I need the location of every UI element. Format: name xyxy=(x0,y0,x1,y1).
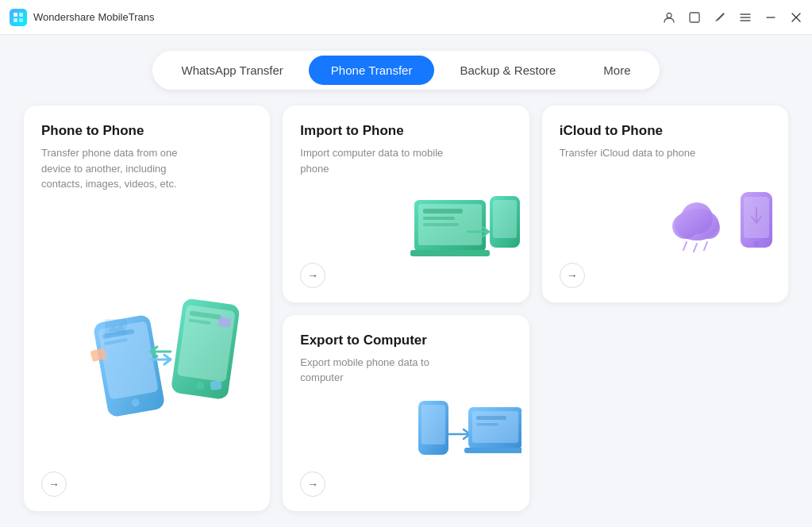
title-bar-left: Wondershare MobileTrans xyxy=(10,9,154,26)
svg-rect-0 xyxy=(13,13,17,17)
cards-grid: Phone to Phone Transfer phone data from … xyxy=(24,106,788,511)
window-icon[interactable] xyxy=(688,11,701,24)
card-phone-to-phone[interactable]: Phone to Phone Transfer phone data from … xyxy=(24,106,270,511)
svg-rect-3 xyxy=(19,18,23,22)
export-illustration xyxy=(410,389,521,487)
card-import-arrow[interactable]: → xyxy=(300,263,325,288)
card-import-title: Import to Phone xyxy=(300,123,511,139)
card-export-title: Export to Computer xyxy=(300,333,511,348)
svg-rect-43 xyxy=(476,423,498,426)
svg-rect-19 xyxy=(105,319,127,335)
card-icloud-desc: Transfer iCloud data to phone xyxy=(560,145,718,161)
svg-rect-5 xyxy=(690,13,699,22)
card-icloud-title: iCloud to Phone xyxy=(560,123,771,139)
card-icloud-arrow[interactable]: → xyxy=(560,263,585,288)
svg-point-35 xyxy=(754,240,760,246)
svg-rect-18 xyxy=(210,380,222,390)
app-icon xyxy=(10,9,27,26)
svg-point-4 xyxy=(667,13,672,17)
card-import-to-phone[interactable]: Import to Phone Import computer data to … xyxy=(283,106,529,302)
tab-whatsapp-transfer[interactable]: WhatsApp Transfer xyxy=(159,56,305,85)
card-phone-to-phone-title: Phone to Phone xyxy=(41,123,252,139)
card-export-desc: Export mobile phone data to computer xyxy=(300,355,459,386)
svg-rect-2 xyxy=(13,18,17,22)
card-phone-to-phone-arrow[interactable]: → xyxy=(41,471,67,497)
app-title: Wondershare MobileTrans xyxy=(33,11,154,23)
svg-rect-42 xyxy=(476,416,506,420)
title-bar-controls xyxy=(663,11,802,24)
card-icloud-to-phone[interactable]: iCloud to Phone Transfer iCloud data to … xyxy=(542,106,788,302)
tab-backup-restore[interactable]: Backup & Restore xyxy=(437,56,578,85)
edit-icon[interactable] xyxy=(714,11,726,24)
card-phone-to-phone-desc: Transfer phone data from one device to a… xyxy=(41,145,200,192)
close-icon[interactable] xyxy=(790,11,802,24)
svg-point-32 xyxy=(681,202,713,234)
phone-to-phone-illustration xyxy=(87,286,254,464)
main-content: WhatsApp Transfer Phone Transfer Backup … xyxy=(0,35,812,527)
menu-icon[interactable] xyxy=(739,11,752,24)
nav-tabs: WhatsApp Transfer Phone Transfer Backup … xyxy=(152,51,659,90)
svg-rect-23 xyxy=(423,209,463,213)
tab-phone-transfer[interactable]: Phone Transfer xyxy=(309,56,435,85)
card-export-arrow[interactable]: → xyxy=(300,471,325,497)
svg-rect-1 xyxy=(19,13,23,17)
svg-point-38 xyxy=(431,448,436,452)
import-illustration xyxy=(410,180,521,279)
tab-more[interactable]: More xyxy=(581,56,652,85)
card-import-desc: Import computer data to mobile phone xyxy=(300,145,459,176)
svg-rect-37 xyxy=(421,405,445,444)
card-export-to-computer[interactable]: Export to Computer Export mobile phone d… xyxy=(283,315,529,512)
minimize-icon[interactable] xyxy=(764,11,777,24)
svg-rect-41 xyxy=(464,448,521,453)
svg-rect-24 xyxy=(423,217,455,220)
icloud-illustration xyxy=(669,180,780,279)
svg-point-28 xyxy=(502,241,507,246)
title-bar: Wondershare MobileTrans xyxy=(0,0,812,35)
user-icon[interactable] xyxy=(663,11,675,24)
svg-rect-25 xyxy=(423,223,459,226)
svg-rect-27 xyxy=(493,200,517,238)
svg-rect-22 xyxy=(410,250,490,256)
